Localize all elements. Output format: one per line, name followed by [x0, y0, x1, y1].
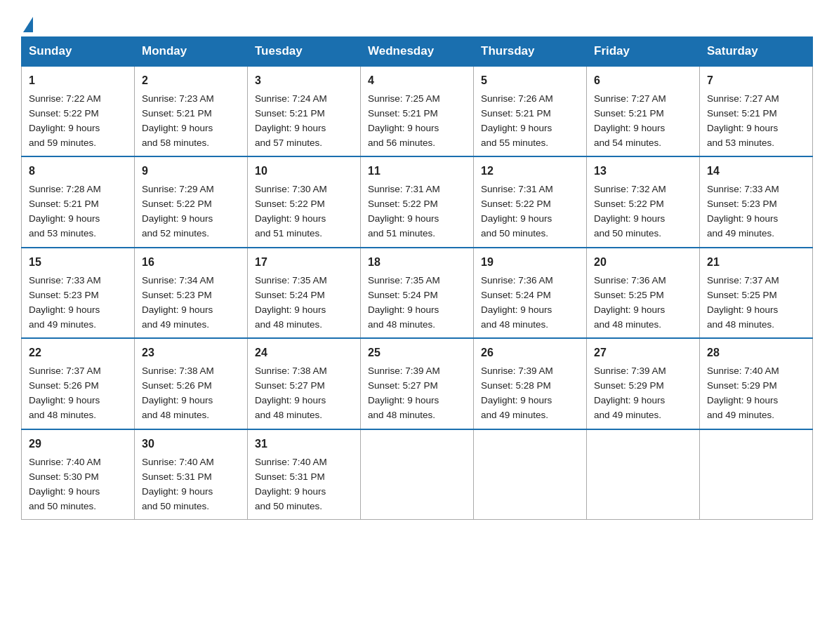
calendar-day-cell	[587, 429, 700, 520]
calendar-header: SundayMondayTuesdayWednesdayThursdayFrid…	[22, 37, 813, 67]
logo-top	[21, 14, 33, 32]
day-number: 10	[255, 163, 353, 180]
day-info: Sunrise: 7:40 AMSunset: 5:31 PMDaylight:…	[142, 457, 214, 511]
calendar-day-cell: 2 Sunrise: 7:23 AMSunset: 5:21 PMDayligh…	[135, 66, 248, 156]
calendar-day-cell: 29 Sunrise: 7:40 AMSunset: 5:30 PMDaylig…	[22, 429, 135, 520]
day-info: Sunrise: 7:38 AMSunset: 5:26 PMDaylight:…	[142, 365, 214, 420]
day-number: 24	[255, 344, 353, 362]
day-info: Sunrise: 7:39 AMSunset: 5:29 PMDaylight:…	[594, 365, 666, 420]
day-number: 1	[29, 72, 127, 90]
day-info: Sunrise: 7:36 AMSunset: 5:24 PMDaylight:…	[481, 275, 553, 330]
day-number: 18	[368, 254, 466, 271]
calendar-day-cell: 31 Sunrise: 7:40 AMSunset: 5:31 PMDaylig…	[248, 429, 361, 520]
calendar-day-cell: 18 Sunrise: 7:35 AMSunset: 5:24 PMDaylig…	[361, 248, 474, 338]
day-number: 4	[368, 72, 466, 90]
day-number: 31	[255, 436, 353, 453]
day-info: Sunrise: 7:40 AMSunset: 5:29 PMDaylight:…	[707, 365, 779, 420]
calendar-day-cell	[361, 429, 474, 520]
day-of-week-header: Friday	[587, 37, 700, 67]
day-number: 7	[707, 72, 805, 90]
day-info: Sunrise: 7:27 AMSunset: 5:21 PMDaylight:…	[707, 93, 779, 148]
day-number: 11	[368, 163, 466, 180]
day-info: Sunrise: 7:39 AMSunset: 5:27 PMDaylight:…	[368, 365, 440, 420]
logo	[21, 14, 33, 29]
day-info: Sunrise: 7:29 AMSunset: 5:22 PMDaylight:…	[142, 184, 214, 239]
calendar-day-cell: 8 Sunrise: 7:28 AMSunset: 5:21 PMDayligh…	[22, 156, 135, 247]
calendar-day-cell: 22 Sunrise: 7:37 AMSunset: 5:26 PMDaylig…	[22, 338, 135, 429]
calendar-day-cell: 14 Sunrise: 7:33 AMSunset: 5:23 PMDaylig…	[700, 156, 813, 247]
calendar-day-cell: 19 Sunrise: 7:36 AMSunset: 5:24 PMDaylig…	[474, 248, 587, 338]
calendar-day-cell: 6 Sunrise: 7:27 AMSunset: 5:21 PMDayligh…	[587, 66, 700, 156]
calendar-day-cell: 28 Sunrise: 7:40 AMSunset: 5:29 PMDaylig…	[700, 338, 813, 429]
day-info: Sunrise: 7:34 AMSunset: 5:23 PMDaylight:…	[142, 275, 214, 330]
calendar-day-cell	[700, 429, 813, 520]
calendar-day-cell: 15 Sunrise: 7:33 AMSunset: 5:23 PMDaylig…	[22, 248, 135, 338]
day-number: 6	[594, 72, 692, 90]
day-of-week-header: Tuesday	[248, 37, 361, 67]
day-number: 23	[142, 344, 240, 362]
day-info: Sunrise: 7:30 AMSunset: 5:22 PMDaylight:…	[255, 184, 327, 239]
calendar-week-row: 15 Sunrise: 7:33 AMSunset: 5:23 PMDaylig…	[22, 248, 813, 338]
day-info: Sunrise: 7:27 AMSunset: 5:21 PMDaylight:…	[594, 93, 666, 148]
calendar-day-cell: 21 Sunrise: 7:37 AMSunset: 5:25 PMDaylig…	[700, 248, 813, 338]
day-info: Sunrise: 7:40 AMSunset: 5:31 PMDaylight:…	[255, 457, 327, 511]
day-number: 26	[481, 344, 579, 362]
day-number: 15	[29, 254, 127, 271]
day-number: 16	[142, 254, 240, 271]
day-of-week-header: Thursday	[474, 37, 587, 67]
day-info: Sunrise: 7:25 AMSunset: 5:21 PMDaylight:…	[368, 93, 440, 148]
calendar-day-cell: 7 Sunrise: 7:27 AMSunset: 5:21 PMDayligh…	[700, 66, 813, 156]
calendar-day-cell: 4 Sunrise: 7:25 AMSunset: 5:21 PMDayligh…	[361, 66, 474, 156]
day-number: 2	[142, 72, 240, 90]
day-info: Sunrise: 7:37 AMSunset: 5:26 PMDaylight:…	[29, 365, 101, 420]
day-number: 25	[368, 344, 466, 362]
day-info: Sunrise: 7:39 AMSunset: 5:28 PMDaylight:…	[481, 365, 553, 420]
calendar-day-cell: 10 Sunrise: 7:30 AMSunset: 5:22 PMDaylig…	[248, 156, 361, 247]
calendar-day-cell: 17 Sunrise: 7:35 AMSunset: 5:24 PMDaylig…	[248, 248, 361, 338]
day-number: 22	[29, 344, 127, 362]
day-info: Sunrise: 7:26 AMSunset: 5:21 PMDaylight:…	[481, 93, 553, 148]
day-info: Sunrise: 7:22 AMSunset: 5:22 PMDaylight:…	[29, 93, 101, 148]
calendar-day-cell: 20 Sunrise: 7:36 AMSunset: 5:25 PMDaylig…	[587, 248, 700, 338]
calendar-day-cell: 3 Sunrise: 7:24 AMSunset: 5:21 PMDayligh…	[248, 66, 361, 156]
logo-triangle-icon	[23, 17, 33, 32]
day-header-row: SundayMondayTuesdayWednesdayThursdayFrid…	[22, 37, 813, 67]
day-info: Sunrise: 7:40 AMSunset: 5:30 PMDaylight:…	[29, 457, 101, 511]
day-info: Sunrise: 7:35 AMSunset: 5:24 PMDaylight:…	[368, 275, 440, 330]
calendar-table: SundayMondayTuesdayWednesdayThursdayFrid…	[21, 36, 813, 520]
day-info: Sunrise: 7:31 AMSunset: 5:22 PMDaylight:…	[368, 184, 440, 239]
calendar-day-cell: 30 Sunrise: 7:40 AMSunset: 5:31 PMDaylig…	[135, 429, 248, 520]
day-number: 27	[594, 344, 692, 362]
day-info: Sunrise: 7:33 AMSunset: 5:23 PMDaylight:…	[707, 184, 779, 239]
calendar-day-cell: 11 Sunrise: 7:31 AMSunset: 5:22 PMDaylig…	[361, 156, 474, 247]
calendar-day-cell: 24 Sunrise: 7:38 AMSunset: 5:27 PMDaylig…	[248, 338, 361, 429]
day-number: 14	[707, 163, 805, 180]
day-info: Sunrise: 7:31 AMSunset: 5:22 PMDaylight:…	[481, 184, 553, 239]
calendar-day-cell: 13 Sunrise: 7:32 AMSunset: 5:22 PMDaylig…	[587, 156, 700, 247]
day-of-week-header: Monday	[135, 37, 248, 67]
calendar-body: 1 Sunrise: 7:22 AMSunset: 5:22 PMDayligh…	[22, 66, 813, 520]
day-info: Sunrise: 7:35 AMSunset: 5:24 PMDaylight:…	[255, 275, 327, 330]
calendar-week-row: 22 Sunrise: 7:37 AMSunset: 5:26 PMDaylig…	[22, 338, 813, 429]
day-number: 19	[481, 254, 579, 271]
day-number: 17	[255, 254, 353, 271]
calendar-day-cell: 23 Sunrise: 7:38 AMSunset: 5:26 PMDaylig…	[135, 338, 248, 429]
day-of-week-header: Saturday	[700, 37, 813, 67]
day-of-week-header: Sunday	[22, 37, 135, 67]
day-info: Sunrise: 7:28 AMSunset: 5:21 PMDaylight:…	[29, 184, 101, 239]
calendar-week-row: 1 Sunrise: 7:22 AMSunset: 5:22 PMDayligh…	[22, 66, 813, 156]
day-number: 12	[481, 163, 579, 180]
day-number: 8	[29, 163, 127, 180]
day-info: Sunrise: 7:37 AMSunset: 5:25 PMDaylight:…	[707, 275, 779, 330]
day-number: 20	[594, 254, 692, 271]
calendar-day-cell: 16 Sunrise: 7:34 AMSunset: 5:23 PMDaylig…	[135, 248, 248, 338]
calendar-week-row: 8 Sunrise: 7:28 AMSunset: 5:21 PMDayligh…	[22, 156, 813, 247]
day-info: Sunrise: 7:33 AMSunset: 5:23 PMDaylight:…	[29, 275, 101, 330]
day-number: 29	[29, 436, 127, 453]
day-number: 5	[481, 72, 579, 90]
day-info: Sunrise: 7:23 AMSunset: 5:21 PMDaylight:…	[142, 93, 214, 148]
calendar-day-cell: 12 Sunrise: 7:31 AMSunset: 5:22 PMDaylig…	[474, 156, 587, 247]
day-info: Sunrise: 7:32 AMSunset: 5:22 PMDaylight:…	[594, 184, 666, 239]
day-of-week-header: Wednesday	[361, 37, 474, 67]
day-number: 21	[707, 254, 805, 271]
